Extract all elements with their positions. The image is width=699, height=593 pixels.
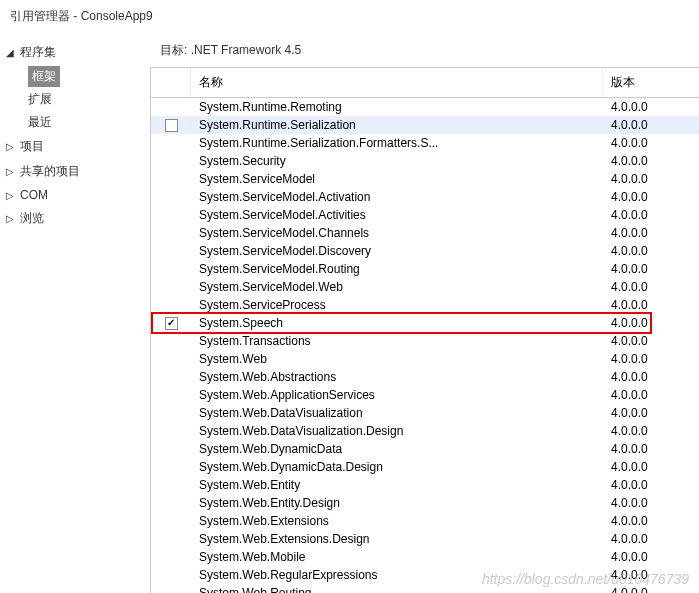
header-version[interactable]: 版本 [603,68,699,97]
assembly-version: 4.0.0.0 [603,100,699,114]
assembly-row[interactable]: System.Web.Entity.Design4.0.0.0 [151,494,699,512]
assembly-row[interactable]: System.Runtime.Serialization.Formatters.… [151,134,699,152]
sidebar-subitem[interactable]: 最近 [28,111,150,134]
chevron-down-icon[interactable]: ◢ [6,47,18,58]
sidebar-item[interactable]: ◢程序集 [0,40,150,65]
assembly-version: 4.0.0.0 [603,478,699,492]
sidebar-item-label: 共享的项目 [20,163,80,180]
assembly-row[interactable]: System.ServiceModel4.0.0.0 [151,170,699,188]
assembly-version: 4.0.0.0 [603,334,699,348]
sidebar-item[interactable]: ▷浏览 [0,206,150,231]
assembly-row[interactable]: System.Web.DataVisualization4.0.0.0 [151,404,699,422]
assembly-row[interactable]: System.Web.ApplicationServices4.0.0.0 [151,386,699,404]
assembly-name: System.ServiceModel.Activation [191,190,603,204]
sidebar-item[interactable]: ▷COM [0,184,150,206]
assembly-name: System.Web.ApplicationServices [191,388,603,402]
assembly-row[interactable]: System.Runtime.Serialization4.0.0.0 [151,116,699,134]
assembly-version: 4.0.0.0 [603,262,699,276]
assembly-row[interactable]: System.Web.DynamicData.Design4.0.0.0 [151,458,699,476]
assembly-version: 4.0.0.0 [603,460,699,474]
assembly-name: System.Runtime.Remoting [191,100,603,114]
checkbox[interactable] [165,119,178,132]
assembly-version: 4.0.0.0 [603,190,699,204]
assembly-row[interactable]: System.Web.Entity4.0.0.0 [151,476,699,494]
assembly-list[interactable]: 名称 版本 System.Runtime.Remoting4.0.0.0Syst… [150,67,699,593]
assembly-name: System.Web.DataVisualization [191,406,603,420]
assembly-row[interactable]: System.ServiceModel.Channels4.0.0.0 [151,224,699,242]
assembly-row[interactable]: System.Security4.0.0.0 [151,152,699,170]
assembly-version: 4.0.0.0 [603,442,699,456]
assembly-name: System.Runtime.Serialization.Formatters.… [191,136,603,150]
sidebar-subitem[interactable]: 框架 [28,66,60,87]
assembly-name: System.Web.Mobile [191,550,603,564]
assembly-version: 4.0.0.0 [603,208,699,222]
assembly-row[interactable]: System.Web.Mobile4.0.0.0 [151,548,699,566]
assembly-version: 4.0.0.0 [603,280,699,294]
assembly-version: 4.0.0.0 [603,406,699,420]
assembly-version: 4.0.0.0 [603,172,699,186]
assembly-version: 4.0.0.0 [603,136,699,150]
assembly-row[interactable]: System.Web.DataVisualization.Design4.0.0… [151,422,699,440]
checkbox[interactable] [165,317,178,330]
assembly-row[interactable]: System.Transactions4.0.0.0 [151,332,699,350]
target-framework-label: 目标: .NET Framework 4.5 [150,34,699,67]
row-checkbox-cell[interactable] [151,317,191,330]
assembly-version: 4.0.0.0 [603,496,699,510]
assembly-version: 4.0.0.0 [603,568,699,582]
chevron-right-icon[interactable]: ▷ [6,190,18,201]
assembly-row[interactable]: System.Runtime.Remoting4.0.0.0 [151,98,699,116]
header-check[interactable] [151,68,191,97]
assembly-version: 4.0.0.0 [603,154,699,168]
row-checkbox-cell[interactable] [151,119,191,132]
assembly-name: System.Speech [191,316,603,330]
assembly-name: System.Web.RegularExpressions [191,568,603,582]
assembly-name: System.ServiceModel.Channels [191,226,603,240]
assembly-name: System.ServiceModel.Discovery [191,244,603,258]
assembly-name: System.Security [191,154,603,168]
sidebar: ◢程序集框架扩展最近▷项目▷共享的项目▷COM▷浏览 [0,34,150,593]
assembly-name: System.Transactions [191,334,603,348]
sidebar-item-label: 浏览 [20,210,44,227]
assembly-version: 4.0.0.0 [603,352,699,366]
assembly-version: 4.0.0.0 [603,370,699,384]
assembly-row[interactable]: System.Web.Extensions4.0.0.0 [151,512,699,530]
assembly-row[interactable]: System.Web.DynamicData4.0.0.0 [151,440,699,458]
assembly-row[interactable]: System.Web4.0.0.0 [151,350,699,368]
assembly-version: 4.0.0.0 [603,118,699,132]
assembly-name: System.Web.DynamicData.Design [191,460,603,474]
sidebar-item-label: 程序集 [20,44,56,61]
assembly-row[interactable]: System.ServiceModel.Web4.0.0.0 [151,278,699,296]
assembly-row[interactable]: System.ServiceProcess4.0.0.0 [151,296,699,314]
sidebar-item[interactable]: ▷项目 [0,134,150,159]
chevron-right-icon[interactable]: ▷ [6,166,18,177]
assembly-version: 4.0.0.0 [603,586,699,593]
chevron-right-icon[interactable]: ▷ [6,141,18,152]
assembly-row[interactable]: System.ServiceModel.Routing4.0.0.0 [151,260,699,278]
assembly-row[interactable]: System.Web.RegularExpressions4.0.0.0 [151,566,699,584]
assembly-row[interactable]: System.ServiceModel.Discovery4.0.0.0 [151,242,699,260]
assembly-name: System.ServiceModel [191,172,603,186]
assembly-name: System.Web.Routing [191,586,603,593]
sidebar-item[interactable]: ▷共享的项目 [0,159,150,184]
assembly-row[interactable]: System.Speech4.0.0.0 [151,314,699,332]
assembly-row[interactable]: System.Web.Routing4.0.0.0 [151,584,699,593]
assembly-version: 4.0.0.0 [603,532,699,546]
assembly-row[interactable]: System.ServiceModel.Activities4.0.0.0 [151,206,699,224]
assembly-name: System.Web.Extensions.Design [191,532,603,546]
sidebar-subitem[interactable]: 扩展 [28,88,150,111]
list-header: 名称 版本 [151,68,699,98]
assembly-version: 4.0.0.0 [603,316,699,330]
header-name[interactable]: 名称 [191,68,603,97]
assembly-name: System.Web.DataVisualization.Design [191,424,603,438]
assembly-version: 4.0.0.0 [603,226,699,240]
assembly-version: 4.0.0.0 [603,424,699,438]
assembly-row[interactable]: System.ServiceModel.Activation4.0.0.0 [151,188,699,206]
assembly-version: 4.0.0.0 [603,298,699,312]
assembly-row[interactable]: System.Web.Extensions.Design4.0.0.0 [151,530,699,548]
content-pane: 目标: .NET Framework 4.5 名称 版本 System.Runt… [150,34,699,593]
window-title: 引用管理器 - ConsoleApp9 [0,0,699,33]
chevron-right-icon[interactable]: ▷ [6,213,18,224]
assembly-row[interactable]: System.Web.Abstractions4.0.0.0 [151,368,699,386]
assembly-name: System.Web.DynamicData [191,442,603,456]
assembly-name: System.Web.Extensions [191,514,603,528]
